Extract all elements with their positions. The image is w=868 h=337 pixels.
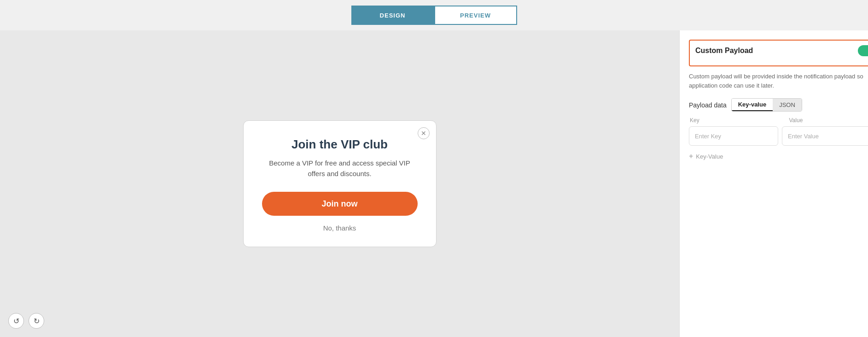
panel-title: Custom Payload — [695, 47, 753, 55]
kv-input-row: ✕ — [689, 126, 868, 146]
top-toolbar: DESIGN PREVIEW — [0, 0, 868, 30]
add-kv-button[interactable]: + Key-Value — [689, 150, 723, 162]
modal-title: Join the VIP club — [291, 137, 388, 152]
payload-data-row: Payload data Key-value JSON — [689, 98, 868, 112]
panel-description: Custom payload will be provided inside t… — [689, 72, 868, 90]
undo-icon: ↺ — [13, 317, 19, 325]
close-icon: ✕ — [421, 130, 426, 137]
main-area: ✕ Join the VIP club Become a VIP for fre… — [0, 30, 868, 337]
modal-close-button[interactable]: ✕ — [418, 127, 430, 139]
panel-main: Custom Payload — [680, 30, 868, 337]
kv-headers: Key Value — [689, 117, 868, 124]
panel-header-row: Custom Payload — [695, 45, 868, 56]
value-header-label: Value — [789, 117, 868, 124]
tab-key-value[interactable]: Key-value — [732, 99, 773, 111]
payload-tab-group: Key-value JSON — [731, 98, 802, 112]
toggle-slider — [858, 45, 868, 56]
modal-card: ✕ Join the VIP club Become a VIP for fre… — [243, 120, 437, 247]
key-input[interactable] — [689, 126, 778, 146]
modal-subtitle: Become a VIP for free and access special… — [262, 158, 418, 179]
design-tab[interactable]: DESIGN — [351, 6, 434, 25]
custom-payload-header: Custom Payload — [689, 40, 868, 66]
custom-payload-toggle[interactable] — [858, 45, 868, 56]
tab-json[interactable]: JSON — [773, 99, 802, 111]
canvas-area: ✕ Join the VIP club Become a VIP for fre… — [0, 30, 679, 337]
canvas-bottom-controls: ↺ ↻ — [8, 313, 44, 329]
right-panel: Custom Payload — [679, 30, 868, 337]
panel-content: Custom Payload — [680, 30, 868, 337]
add-kv-label: Key-Value — [696, 153, 723, 160]
payload-data-label: Payload data — [689, 101, 727, 109]
undo-button[interactable]: ↺ — [8, 313, 24, 329]
skip-button[interactable]: No, thanks — [323, 224, 356, 232]
redo-icon: ↻ — [34, 317, 40, 325]
key-header-label: Key — [690, 117, 785, 124]
redo-button[interactable]: ↻ — [29, 313, 44, 329]
preview-tab[interactable]: PREVIEW — [434, 6, 517, 25]
join-now-button[interactable]: Join now — [262, 192, 418, 216]
value-input[interactable] — [782, 126, 868, 146]
plus-icon: + — [689, 152, 693, 160]
